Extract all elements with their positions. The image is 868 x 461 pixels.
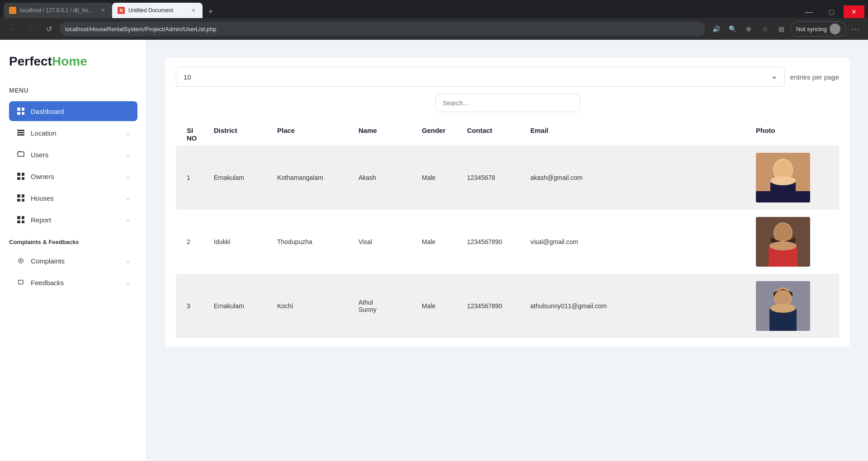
nav-bar: ← → ↺ localhost/HouseRentalSystem/Projec… [0,18,868,40]
cell-contact-2: 1234567890 [467,238,530,245]
back-button[interactable]: ← [5,22,20,36]
sidebar-item-report[interactable]: Report ⌄ [9,210,137,230]
browser-tab-1[interactable]: localhost / 127.0.0.1 / db_house... ✕ [4,3,112,18]
table-row: 2 Idukki Thodupuzha Visal Male 123456789… [176,210,839,274]
svg-point-19 [770,304,796,313]
address-text: localhost/HouseRentalSystem/Project/Admi… [65,26,217,33]
browser-more-button[interactable]: ⋯ [848,22,863,36]
complaints-chevron-icon: ⌄ [126,258,130,264]
photo-2 [756,217,810,267]
favorites-icon[interactable]: ☆ [758,22,772,36]
report-icon [16,215,25,224]
header-place: Place [277,127,359,142]
zoom-icon[interactable]: 🔍 [725,22,740,36]
cell-si-1: 1 [187,174,214,181]
sidebar-item-houses[interactable]: Houses ⌄ [9,188,137,208]
sidebar-label-location: Location [31,129,120,137]
minimize-button[interactable]: — [798,5,819,18]
entries-select-wrapper: 10 [176,67,785,87]
cell-contact-3: 1234567890 [467,302,530,310]
header-name: Name [359,127,422,142]
sidebar-item-complaints[interactable]: Complaints ⌄ [9,251,137,271]
sidebar-label-report: Report [31,216,120,224]
sidebar-item-users[interactable]: Users ⌄ [9,145,137,165]
logo-perfect: Perfect [9,54,52,68]
avatar-svg-1 [756,153,810,202]
owners-chevron-icon: ⌄ [126,173,130,179]
sidebar-item-owners[interactable]: Owners ⌄ [9,166,137,186]
logo: PerfectHome [9,54,137,69]
forward-button[interactable]: → [24,22,38,36]
cell-gender-2: Male [422,238,467,245]
sidebar-label-feedbacks: Feedbacks [31,279,120,287]
header-si-no: SI NO [187,127,214,142]
cell-photo-2 [756,217,828,267]
avatar-svg-2 [756,217,810,267]
sidebar-label-dashboard: Dashboard [31,108,130,115]
location-icon [16,128,25,137]
cell-name-3: Athul Sunny [359,299,422,313]
new-tab-button[interactable]: + [204,5,217,18]
complaints-section-label: Complaints & Feedbacks [9,239,137,245]
logo-home: Home [52,54,87,68]
sidebar-label-complaints: Complaints [31,257,120,265]
table-row: 1 Ernakulam Kothamangalam Akash Male 123… [176,146,839,210]
entries-value: 10 [184,73,191,81]
cell-email-1: akash@gmail.com [530,174,756,181]
feedbacks-icon [16,278,25,287]
owners-icon [16,172,25,181]
entries-row: 10 entries per page [176,67,839,87]
houses-icon [16,193,25,202]
tab-title-1: localhost / 127.0.0.1 / db_house... [20,7,96,14]
dashboard-icon [16,107,25,116]
sync-button[interactable]: Not syncing [790,21,846,37]
cell-place-1: Kothamangalam [277,174,359,181]
maximize-button[interactable]: ▢ [821,5,842,18]
sidebar-label-users: Users [31,151,120,159]
search-row [176,94,839,112]
cell-name-2: Visal [359,238,422,245]
tab-close-2[interactable]: ✕ [190,7,197,14]
tab-close-1[interactable]: ✕ [99,7,107,14]
read-aloud-icon[interactable]: 🔊 [709,22,723,36]
entries-select[interactable]: 10 [176,67,785,87]
sidebar-label-houses: Houses [31,194,120,202]
header-district: District [214,127,277,142]
sidebar-item-dashboard[interactable]: Dashboard [9,101,137,121]
table-controls: 10 entries per page SI NO District Place… [165,58,850,347]
avatar-svg-3 [756,281,810,331]
sync-avatar [830,24,840,34]
location-chevron-icon: ⌄ [126,130,130,136]
menu-label: Menu [9,87,137,94]
users-icon [16,150,25,159]
collections-icon[interactable]: ▤ [774,22,788,36]
cell-district-2: Idukki [214,238,277,245]
sidebar-item-feedbacks[interactable]: Feedbacks ⌄ [9,273,137,292]
browser-chrome: localhost / 127.0.0.1 / db_house... ✕ N … [0,0,868,40]
feedbacks-chevron-icon: ⌄ [126,279,130,286]
cell-photo-3 [756,281,828,331]
complaints-icon [16,256,25,265]
cell-name-1: Akash [359,174,422,181]
close-button[interactable]: ✕ [844,5,864,18]
sidebar-item-location[interactable]: Location ⌄ [9,123,137,143]
reload-button[interactable]: ↺ [42,22,56,36]
address-bar[interactable]: localhost/HouseRentalSystem/Project/Admi… [60,22,705,36]
search-input[interactable] [435,94,580,112]
tab-title-2: Untitled Document [128,7,186,14]
table-row: 3 Ernakulam Kochi Athul Sunny Male 12345… [176,274,839,338]
browser-nav-icons: 🔊 🔍 ⊕ ☆ ▤ Not syncing ⋯ [709,21,863,37]
tab-favicon-1 [9,7,16,14]
svg-point-7 [770,176,796,185]
browser-tab-2[interactable]: N Untitled Document ✕ [112,3,203,18]
svg-point-11 [774,223,792,242]
sidebar-label-owners: Owners [31,173,120,180]
cell-photo-1 [756,153,828,202]
header-gender: Gender [422,127,467,142]
cell-email-3: athulsunny011@gmail.com [530,302,756,310]
browser-extension-icon[interactable]: ⊕ [741,22,756,36]
svg-rect-0 [18,152,24,156]
sidebar: PerfectHome Menu Dashboard Location ⌄ Us… [0,40,147,461]
svg-point-14 [769,241,797,250]
cell-district-3: Ernakulam [214,302,277,310]
